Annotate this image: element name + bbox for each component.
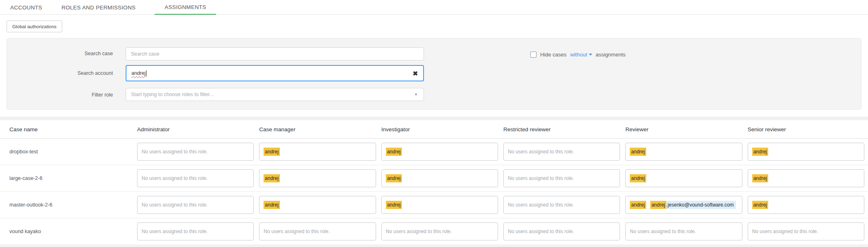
assignment-box[interactable]: andrej	[259, 169, 376, 187]
text-cursor	[146, 70, 147, 76]
assignment-box[interactable]: andrej	[748, 143, 864, 161]
empty-placeholder: No users assigned to this role.	[386, 229, 452, 234]
user-chip[interactable]: andrej	[630, 174, 646, 182]
filter-role-placeholder: Start typing to choose roles to filter..…	[131, 92, 214, 97]
hide-cases-prefix: Hide cases	[540, 52, 566, 58]
assignment-box[interactable]: No users assigned to this role.	[137, 143, 254, 161]
user-chip[interactable]: andrej	[264, 201, 280, 209]
clear-icon[interactable]: ✖	[413, 70, 418, 76]
table-row: vound kayakoNo users assigned to this ro…	[0, 218, 868, 245]
table-row: dropbox-testNo users assigned to this ro…	[0, 139, 868, 165]
search-case-input[interactable]: Search case	[126, 47, 424, 61]
assignment-box[interactable]: No users assigned to this role.	[748, 222, 864, 240]
empty-placeholder: No users assigned to this role.	[142, 229, 207, 234]
assignment-box[interactable]: andrej	[259, 143, 376, 161]
tab-assignments[interactable]: ASSIGNMENTS	[155, 1, 216, 15]
table-header-row: Case nameAdministratorCase managerInvest…	[0, 120, 868, 139]
search-account-input[interactable]: andrej ✖	[126, 65, 424, 81]
user-chip[interactable]: andrej	[386, 201, 402, 209]
tab-accounts[interactable]: ACCOUNTS	[10, 1, 42, 14]
assignment-box[interactable]: No users assigned to this role.	[137, 222, 254, 240]
empty-placeholder: No users assigned to this role.	[508, 149, 574, 155]
user-chip[interactable]: andrej	[386, 174, 402, 182]
user-chip[interactable]: andrej	[752, 174, 768, 182]
assignment-box[interactable]: andrej	[381, 143, 498, 161]
assignment-box[interactable]: andrej	[259, 196, 376, 214]
hide-cases-checkbox[interactable]	[530, 52, 537, 58]
filter-panel: Search case Search case Search account a…	[7, 38, 861, 110]
table-bottom-strip	[0, 245, 868, 247]
assignment-box[interactable]: No users assigned to this role.	[503, 143, 620, 161]
column-header-restricted-reviewer: Restricted reviewer	[503, 126, 620, 132]
user-chip[interactable]: andrej.jesenko@vound-software.com	[650, 201, 736, 209]
assignment-box[interactable]: No users assigned to this role.	[503, 196, 620, 214]
user-chip[interactable]: andrej	[630, 148, 646, 156]
hide-cases-mode-value: without	[570, 52, 587, 58]
assignment-box[interactable]: No users assigned to this role.	[625, 222, 742, 240]
case-name: large-case-2-6	[0, 175, 132, 181]
assignment-box[interactable]: No users assigned to this role.	[137, 169, 254, 187]
filter-role-input[interactable]: Start typing to choose roles to filter..…	[126, 88, 424, 101]
empty-placeholder: No users assigned to this role.	[508, 229, 574, 234]
table-body: dropbox-testNo users assigned to this ro…	[0, 139, 868, 245]
assignment-box[interactable]: No users assigned to this role.	[503, 169, 620, 187]
case-name: vound kayako	[0, 229, 132, 234]
column-header-senior-reviewer: Senior reviewer	[748, 126, 864, 132]
empty-placeholder: No users assigned to this role.	[508, 175, 574, 181]
search-case-placeholder: Search case	[131, 51, 159, 57]
assignment-box[interactable]: andrej	[381, 169, 498, 187]
chevron-down-icon	[589, 54, 592, 56]
empty-placeholder: No users assigned to this role.	[142, 149, 207, 155]
user-chip[interactable]: andrej	[264, 148, 280, 156]
user-chip[interactable]: andrej	[386, 148, 402, 156]
hide-cases-control: Hide cases without assignments	[530, 48, 626, 61]
assignment-box[interactable]: andrej	[625, 143, 742, 161]
global-authorizations-button[interactable]: Global authorizations	[7, 20, 62, 32]
user-chip[interactable]: andrej	[264, 174, 280, 182]
hide-cases-suffix: assignments	[596, 52, 626, 58]
empty-placeholder: No users assigned to this role.	[508, 202, 574, 208]
assignment-box[interactable]: No users assigned to this role.	[381, 222, 498, 240]
hide-cases-mode-dropdown[interactable]: without	[570, 52, 592, 58]
assignment-box[interactable]: No users assigned to this role.	[137, 196, 254, 214]
assignment-box[interactable]: andrej	[748, 169, 864, 187]
empty-placeholder: No users assigned to this role.	[630, 229, 696, 234]
case-name: dropbox-test	[0, 149, 132, 155]
search-account-value: andrej	[131, 70, 146, 76]
empty-placeholder: No users assigned to this role.	[752, 229, 818, 234]
empty-placeholder: No users assigned to this role.	[142, 202, 207, 208]
table-row: master-outlook-2-6No users assigned to t…	[0, 192, 868, 218]
assignment-box[interactable]: andrej	[625, 169, 742, 187]
column-header-case-name: Case name	[0, 126, 132, 132]
user-chip[interactable]: andrej	[630, 201, 646, 209]
column-header-reviewer: Reviewer	[625, 126, 742, 132]
assignment-box[interactable]: No users assigned to this role.	[503, 222, 620, 240]
column-header-case-manager: Case manager	[259, 126, 376, 132]
table-row: large-case-2-6No users assigned to this …	[0, 165, 868, 192]
search-account-label: Search account	[7, 70, 113, 76]
tab-bar: ACCOUNTS ROLES AND PERMISSIONS ASSIGNMEN…	[0, 0, 868, 15]
user-chip[interactable]: andrej	[752, 148, 768, 156]
search-case-label: Search case	[7, 51, 113, 57]
column-header-investigator: Investigator	[381, 126, 498, 132]
assignment-box[interactable]: andrej	[381, 196, 498, 214]
filter-role-label: Filter role	[7, 92, 113, 98]
empty-placeholder: No users assigned to this role.	[264, 229, 329, 234]
assignment-box[interactable]: andrejandrej.jesenko@vound-software.com	[625, 196, 742, 214]
table-top-strip	[0, 117, 868, 120]
tab-roles-and-permissions[interactable]: ROLES AND PERMISSIONS	[61, 1, 135, 14]
assignment-box[interactable]: andrej	[748, 196, 864, 214]
empty-placeholder: No users assigned to this role.	[142, 175, 207, 181]
column-header-administrator: Administrator	[137, 126, 254, 132]
assignments-table: Case nameAdministratorCase managerInvest…	[0, 117, 868, 247]
user-chip[interactable]: andrej	[752, 201, 768, 209]
chevron-down-icon[interactable]: ▼	[414, 92, 418, 97]
assignment-box[interactable]: No users assigned to this role.	[259, 222, 376, 240]
case-name: master-outlook-2-6	[0, 202, 132, 208]
